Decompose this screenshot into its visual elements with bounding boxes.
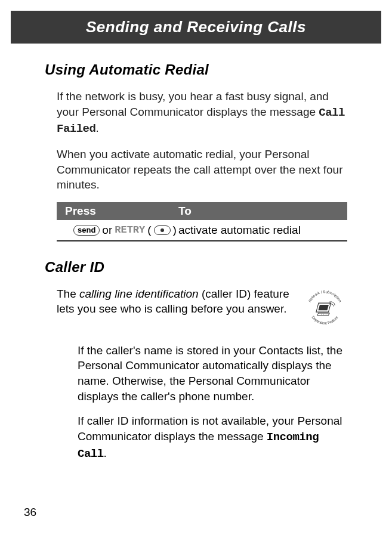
svg-text:Network / Subscription: Network / Subscription — [307, 289, 342, 302]
action-cell: activate automatic redial — [178, 224, 301, 237]
network-subscription-badge-icon: Network / Subscription Dependent Feature — [303, 286, 347, 331]
instruction-table: Press To send or RETRY ( ) activate auto… — [57, 202, 347, 242]
text: The — [57, 287, 79, 300]
table-header-to: To — [178, 205, 192, 218]
page-content: Using Automatic Redial If the network is… — [0, 44, 392, 462]
table-data-row: send or RETRY ( ) activate automatic red… — [57, 220, 347, 242]
or-text: or — [102, 224, 112, 237]
page-number: 36 — [24, 506, 36, 519]
text: . — [95, 122, 98, 134]
caller-id-intro-row: The calling line identification (caller … — [57, 286, 347, 331]
text: If the network is busy, you hear a fast … — [57, 90, 329, 118]
section-heading-redial: Using Automatic Redial — [45, 61, 347, 78]
send-button-icon: send — [73, 225, 100, 236]
paren-open: ( — [147, 224, 151, 237]
redial-paragraph-2: When you activate automatic redial, your… — [57, 147, 347, 193]
paren-close: ) — [173, 224, 177, 237]
caller-id-para-3: If caller ID information is not availabl… — [78, 413, 347, 462]
redial-paragraph-1: If the network is busy, you hear a fast … — [57, 89, 347, 137]
svg-text:Dependent Feature: Dependent Feature — [311, 314, 339, 324]
table-header-press: Press — [65, 205, 178, 218]
section-heading-caller-id: Caller ID — [45, 259, 347, 276]
svg-rect-3 — [318, 305, 329, 310]
retry-label: RETRY — [115, 224, 145, 236]
caller-id-intro-text: The calling line identification (caller … — [57, 286, 303, 317]
table-header-row: Press To — [57, 202, 347, 220]
chapter-header: Sending and Receiving Calls — [11, 11, 381, 44]
press-cell: send or RETRY ( ) — [73, 224, 178, 237]
italic-term: calling line identification — [79, 287, 199, 300]
caller-id-para-2: If the caller's name is stored in your C… — [78, 343, 347, 404]
dot-button-icon — [154, 225, 171, 235]
text: . — [104, 447, 107, 459]
svg-rect-4 — [317, 313, 329, 316]
